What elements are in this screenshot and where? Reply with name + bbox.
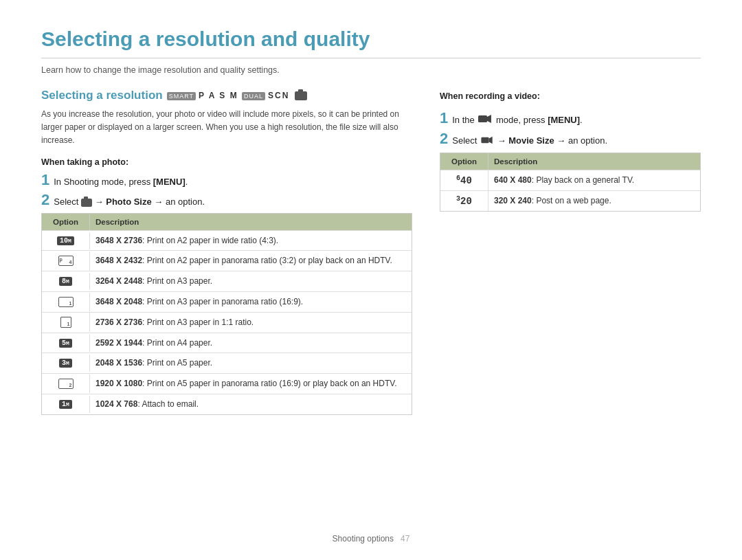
photo-step1: 1 In Shooting mode, press [MENU]. <box>41 172 412 189</box>
row-desc: 3264 X 2448: Print on A3 paper. <box>90 271 412 291</box>
table-row: 10M 3648 X 2736: Print on A2 paper in wi… <box>42 230 412 251</box>
res-bold: 2592 X 1944 <box>95 338 142 348</box>
icon-1m: 1M <box>59 400 72 409</box>
video-cam-svg2 <box>481 136 493 144</box>
icon-640: 640 <box>456 175 472 186</box>
row-desc: 640 X 480: Play back on a general TV. <box>488 170 700 190</box>
table-row: 1M 1024 X 768: Attach to email. <box>42 394 412 414</box>
vstep2-text: Select → Movie Size → an option. <box>452 134 607 148</box>
icon-320: 320 <box>456 195 472 207</box>
table-row: 640 640 X 480: Play back on a general TV… <box>440 170 700 190</box>
step1-text: In Shooting mode, press [MENU]. <box>54 175 188 189</box>
video-table-header: Option Description <box>440 153 700 170</box>
video-step2: 2 Select → Movie Size → an option. <box>440 131 701 148</box>
option-icon: 1 <box>42 293 90 311</box>
mode-icons: SMART P A S M DUAL SCN <box>167 91 307 101</box>
video-camera-icon <box>478 114 492 128</box>
svg-rect-2 <box>481 137 488 144</box>
movie-size-text: → Movie Size → an option. <box>497 135 607 146</box>
table-row: 1 2736 X 2736: Print on A3 paper in 1:1 … <box>42 312 412 333</box>
icon-5m: 5M <box>59 339 72 348</box>
section-title: Selecting a resolution SMART P A S M DUA… <box>41 89 412 102</box>
vheader-option: Option <box>440 153 488 170</box>
svg-rect-0 <box>478 115 487 122</box>
option-icon: 8M <box>42 273 90 290</box>
page-footer: Shooting options 47 <box>0 534 742 544</box>
photo-heading: When taking a photo: <box>41 157 412 167</box>
dual-badge: DUAL <box>242 92 265 100</box>
mode-text: P A S M <box>199 91 242 100</box>
res-bold: 320 X 240 <box>494 196 532 205</box>
vmenu-keyword: [MENU] <box>548 115 580 125</box>
row-desc: 2048 X 1536: Print on A5 paper. <box>90 353 412 373</box>
row-desc: 3648 X 2048: Print on A3 paper in panora… <box>90 292 412 312</box>
content-columns: Selecting a resolution SMART P A S M DUA… <box>41 89 701 421</box>
row-desc: 1920 X 1080: Print on A5 paper in panora… <box>90 374 412 394</box>
res-bold: 3264 X 2448 <box>95 276 142 286</box>
right-column: When recording a video: 1 In the mode, p… <box>440 89 701 421</box>
table-row: 3M 2048 X 1536: Print on A5 paper. <box>42 352 412 373</box>
svg-marker-3 <box>489 137 493 144</box>
table-row: 8M 3264 X 2448: Print on A3 paper. <box>42 271 412 291</box>
row-desc: 320 X 240: Post on a web page. <box>488 191 700 211</box>
res-bold: 3648 X 2432 <box>95 256 142 265</box>
res-bold: 3648 X 2736 <box>95 236 142 245</box>
row-desc: 2592 X 1944: Print on A4 paper. <box>90 333 412 353</box>
option-icon: 5M <box>42 335 90 352</box>
row-desc: 2736 X 2736: Print on A3 paper in 1:1 ra… <box>90 313 412 333</box>
step2-num: 2 <box>41 192 49 208</box>
section-title-text: Selecting a resolution <box>41 89 163 102</box>
icon-10m: 10M <box>57 236 74 245</box>
icon-1m-sq: 1 <box>60 317 71 328</box>
option-icon: 3M <box>42 355 90 372</box>
icon-1m-pan: 1 <box>58 297 74 307</box>
svg-marker-1 <box>487 115 491 123</box>
video-step1: 1 In the mode, press [MENU]. <box>440 111 701 127</box>
option-icon: 4 p <box>42 251 90 270</box>
option-icon: 1 <box>42 313 90 332</box>
header-option: Option <box>42 214 90 230</box>
option-icon: 640 <box>440 170 488 190</box>
smart-badge: SMART <box>167 92 196 100</box>
option-icon: 1M <box>42 396 90 413</box>
icon-8m: 8M <box>59 277 72 286</box>
icon-2m-pan: 2 <box>58 379 74 389</box>
vstep1-num: 1 <box>440 111 448 126</box>
res-bold: 640 X 480 <box>494 175 532 185</box>
footer-label: Shooting options <box>333 534 394 544</box>
step2-text: Select → Photo Size → an option. <box>54 195 205 209</box>
res-bold: 2736 X 2736 <box>95 317 142 327</box>
res-bold: 1920 X 1080 <box>95 379 142 388</box>
row-desc: 1024 X 768: Attach to email. <box>90 394 412 414</box>
option-icon: 10M <box>42 232 90 249</box>
menu-keyword: [MENU] <box>153 177 186 187</box>
camera-mode-icon <box>295 91 307 100</box>
vstep1-text: In the mode, press [MENU]. <box>452 113 582 127</box>
step1-num: 1 <box>41 172 49 188</box>
vheader-desc: Description <box>488 153 700 170</box>
table-row: 5M 2592 X 1944: Print on A4 paper. <box>42 333 412 353</box>
page-number: 47 <box>401 534 409 544</box>
res-bold: 3648 X 2048 <box>95 297 142 306</box>
page-title: Selecting a resolution and quality <box>41 27 701 58</box>
photo-size-arrow: → Photo Size → an option. <box>95 197 205 207</box>
row-desc: 3648 X 2736: Print on A2 paper in wide r… <box>90 231 412 251</box>
video-cam-svg <box>478 114 492 124</box>
table-row: 4 p 3648 X 2432: Print on A2 paper in pa… <box>42 250 412 271</box>
photo-step2: 2 Select → Photo Size → an option. <box>41 192 412 209</box>
left-column: Selecting a resolution SMART P A S M DUA… <box>41 89 412 421</box>
table-row: 2 1920 X 1080: Print on A5 paper in pano… <box>42 373 412 394</box>
res-bold: 2048 X 1536 <box>95 358 142 368</box>
option-icon: 320 <box>440 191 488 211</box>
video-heading: When recording a video: <box>440 91 701 101</box>
option-icon: 2 <box>42 374 90 393</box>
table-row: 320 320 X 240: Post on a web page. <box>440 190 700 211</box>
scn-text: SCN <box>268 91 293 100</box>
video-table: Option Description 640 640 X 480: Play b… <box>440 153 701 212</box>
page-subtitle: Learn how to change the image resolution… <box>41 65 701 75</box>
photo-table: Option Description 10M 3648 X 2736: Prin… <box>41 213 412 415</box>
vstep2-num: 2 <box>440 131 448 146</box>
camera-inline-icon <box>81 199 92 207</box>
icon-4m-pan: 4 p <box>58 256 74 266</box>
photo-table-header: Option Description <box>42 214 412 230</box>
